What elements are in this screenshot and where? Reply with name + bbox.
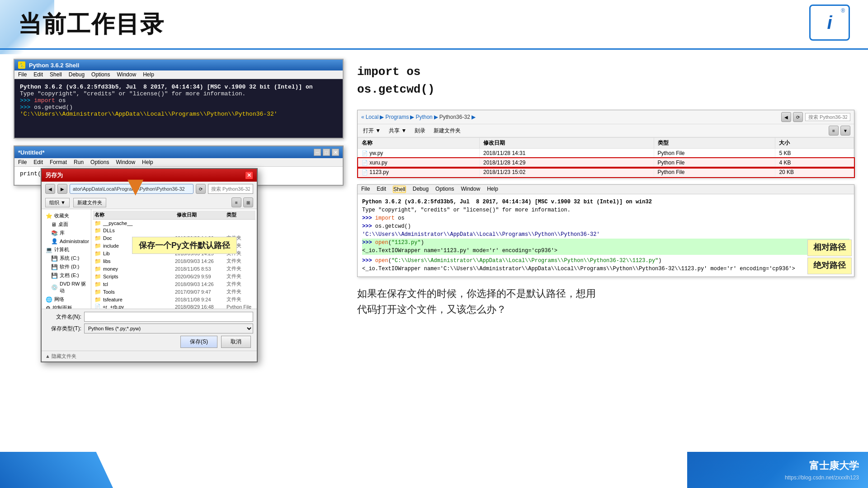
menu-file[interactable]: File bbox=[18, 71, 27, 78]
tree-e[interactable]: 💾 文档 (E:) bbox=[44, 271, 89, 280]
table-row-xuru[interactable]: 📄 xuru.py 2018/11/28 14:29 Python File 4… bbox=[358, 158, 854, 168]
dialog-bottom: 文件名(N): 保存类型(T): Python files (*.py;*.py… bbox=[42, 309, 257, 351]
tree-admin[interactable]: 👤 Administrator bbox=[44, 237, 89, 245]
menu-file3[interactable]: File bbox=[361, 186, 370, 193]
menu-shell[interactable]: Shell bbox=[50, 71, 62, 78]
code-line-2: os.getcwd() bbox=[357, 81, 854, 99]
maximize-btn[interactable]: □ bbox=[323, 149, 330, 156]
untitled-menubar[interactable]: File Edit Format Run Options Window Help bbox=[14, 158, 343, 167]
share-btn[interactable]: 共享 ▼ bbox=[387, 126, 408, 136]
close-btn[interactable]: ✕ bbox=[332, 149, 339, 156]
table-row-1123[interactable]: 📄 1123.py 2018/11/23 15:02 Python File 2… bbox=[358, 168, 854, 177]
file-row-tools[interactable]: 📁 Tools 2017/09/07 9:47 文件夹 bbox=[93, 288, 255, 296]
explorer-refresh-btn[interactable]: ⟳ bbox=[793, 112, 803, 122]
menu-edit2[interactable]: Edit bbox=[33, 159, 43, 165]
menu-window2[interactable]: Window bbox=[116, 159, 135, 165]
bottom-shell: File Edit Shell Debug Options Window Hel… bbox=[357, 184, 854, 277]
bshell-line-7: <_io.TextIOWrapper name='1123.py' mode='… bbox=[362, 247, 849, 255]
filetype-select[interactable]: Python files (*.py;*.pyw) bbox=[84, 324, 253, 333]
file-row-tcl[interactable]: 📁 tcl 2018/09/03 14:26 文件夹 bbox=[93, 280, 255, 288]
tree-network[interactable]: 🌐 网络 bbox=[44, 295, 89, 304]
dialog-actions: 组织 ▼ 新建文件夹 ≡ ⊞ bbox=[42, 196, 257, 209]
logo: ® i bbox=[809, 5, 854, 45]
footer-url: https://blog.csdn.net/zxxxlh123 bbox=[785, 474, 859, 481]
open-btn[interactable]: 打开 ▼ bbox=[361, 126, 382, 136]
cell-name: 📄 xuru.py bbox=[358, 158, 480, 168]
view-toggle-btn[interactable]: ≡ bbox=[829, 126, 839, 136]
explorer-back-btn[interactable]: ◀ bbox=[781, 112, 791, 122]
tree-computer[interactable]: 💻 计算机 bbox=[44, 245, 89, 254]
menu-help[interactable]: Help bbox=[143, 71, 154, 78]
filename-label: 文件名(N): bbox=[45, 313, 81, 321]
menu-edit3[interactable]: Edit bbox=[377, 186, 386, 193]
shell-menubar[interactable]: File Edit Shell Debug Options Window Hel… bbox=[14, 70, 343, 79]
file-row-tsfeature[interactable]: 📁 tsfeature 2018/11/08 9:24 文件夹 bbox=[93, 296, 255, 303]
explorer-nav: ◀ ⟳ bbox=[781, 112, 803, 122]
shell-titlebar: 🐍 Python 3.6.2 Shell bbox=[14, 60, 343, 70]
new-folder-btn[interactable]: 新建文件夹 bbox=[73, 198, 106, 207]
tree-lib[interactable]: 📚 库 bbox=[44, 229, 89, 237]
dialog-search-input[interactable] bbox=[208, 184, 253, 194]
menu-options[interactable]: Options bbox=[91, 71, 110, 78]
bottom-text: 如果在保存文件的时候，你选择的不是默认路径，想用 代码打开这个文件，又该怎么办？ bbox=[357, 284, 854, 319]
back-btn[interactable]: ◀ bbox=[45, 184, 55, 194]
tree-favorites[interactable]: ⭐ 收藏夹 bbox=[44, 211, 89, 220]
tree-c[interactable]: 💾 系统 (C:) bbox=[44, 254, 89, 263]
bshell-line-9: <_io.TextIOWrapper name='C:\\Users\\Admi… bbox=[362, 265, 849, 273]
menu-run[interactable]: Run bbox=[74, 159, 84, 165]
logo-letter: i bbox=[827, 13, 832, 33]
save-as-dialog[interactable]: 另存为 ✕ ◀ ▶ ⟳ 组织 ▼ 新建文件夹 ≡ ⊞ bbox=[41, 168, 258, 362]
forward-btn[interactable]: ▶ bbox=[57, 184, 67, 194]
cell-size: 20 KB bbox=[775, 168, 854, 177]
bshell-line-1: Python 3.6.2 (v3.6.2:5fd33b5, Jul 8 2017… bbox=[362, 198, 849, 206]
save-button[interactable]: 保存(S) bbox=[180, 336, 217, 348]
menu-edit[interactable]: Edit bbox=[33, 71, 43, 78]
window-controls[interactable]: ─ □ ✕ bbox=[314, 149, 339, 156]
file-row-money[interactable]: 📁 money 2018/11/05 8:53 文件夹 bbox=[93, 265, 255, 272]
table-row-yw[interactable]: 📄 yw.py 2018/11/28 14:31 Python File 5 K… bbox=[358, 149, 854, 158]
menu-options2[interactable]: Options bbox=[90, 159, 109, 165]
menu-options3[interactable]: Options bbox=[435, 186, 454, 193]
cell-size: 4 KB bbox=[775, 158, 854, 168]
breadcrumb: « Local ▶ Programs ▶ Python ▶ Python36-3… bbox=[361, 114, 779, 120]
refresh-btn[interactable]: ⟳ bbox=[196, 184, 206, 194]
absolute-path-label: 绝对路径 bbox=[807, 258, 852, 274]
tree-d[interactable]: 💾 软件 (D:) bbox=[44, 263, 89, 271]
menu-shell-highlight[interactable]: Shell bbox=[393, 186, 406, 193]
tree-dvd[interactable]: 💿 DVD RW 驱动 bbox=[44, 280, 89, 295]
view-icons-btn[interactable]: ⊞ bbox=[243, 197, 253, 207]
bottom-shell-menu[interactable]: File Edit Shell Debug Options Window Hel… bbox=[358, 185, 854, 194]
menu-file2[interactable]: File bbox=[18, 159, 27, 165]
dialog-close-btn[interactable]: ✕ bbox=[245, 171, 253, 179]
view-list-btn[interactable]: ≡ bbox=[231, 197, 241, 207]
tree-desktop[interactable]: 🖥 桌面 bbox=[44, 220, 89, 229]
file-row-dlls[interactable]: 📁 DLLs bbox=[93, 227, 255, 234]
menu-help3[interactable]: Help bbox=[487, 186, 498, 193]
minimize-btn[interactable]: ─ bbox=[314, 149, 321, 156]
view-down-btn[interactable]: ▼ bbox=[840, 126, 850, 136]
menu-format[interactable]: Format bbox=[50, 159, 67, 165]
organize-btn[interactable]: 组织 ▼ bbox=[45, 198, 70, 207]
burn-btn[interactable]: 刻录 bbox=[413, 126, 427, 136]
tree-control[interactable]: ⚙ 控制面板 bbox=[44, 304, 89, 309]
hidden-files-toggle[interactable]: ▲ 隐藏文件夹 bbox=[42, 351, 257, 361]
cell-type: Python File bbox=[654, 168, 775, 177]
menu-window3[interactable]: Window bbox=[461, 186, 480, 193]
filetype-row: 保存类型(T): Python files (*.py;*.pyw) bbox=[45, 324, 253, 333]
menu-window[interactable]: Window bbox=[117, 71, 136, 78]
bshell-line-5: 'C:\\Users\\Administrator\\AppData\\Loca… bbox=[362, 230, 849, 239]
filename-input[interactable] bbox=[84, 312, 253, 322]
explorer-search-input[interactable] bbox=[805, 113, 850, 121]
header: 当前工作目录 ® i bbox=[0, 0, 868, 50]
file-row-scripts[interactable]: 📁 Scripts 2020/06/29 9:59 文件夹 bbox=[93, 272, 255, 280]
cell-name: 📄 1123.py bbox=[358, 168, 480, 177]
file-row-libs[interactable]: 📁 libs 2018/09/03 14:26 文件夹 bbox=[93, 257, 255, 265]
file-row-rpy[interactable]: 📄 +r_+rb.py 2018/08/29 16:48 Python File bbox=[93, 303, 255, 309]
menu-debug[interactable]: Debug bbox=[69, 71, 85, 78]
menu-debug3[interactable]: Debug bbox=[413, 186, 429, 193]
file-row-pycache[interactable]: 📁 __pycache__ bbox=[93, 220, 255, 227]
new-folder-btn2[interactable]: 新建文件夹 bbox=[432, 126, 462, 136]
menu-help2[interactable]: Help bbox=[142, 159, 153, 165]
shell-line-4: >>> os.getcwd() bbox=[20, 104, 337, 111]
cancel-button[interactable]: 取消 bbox=[221, 336, 251, 348]
